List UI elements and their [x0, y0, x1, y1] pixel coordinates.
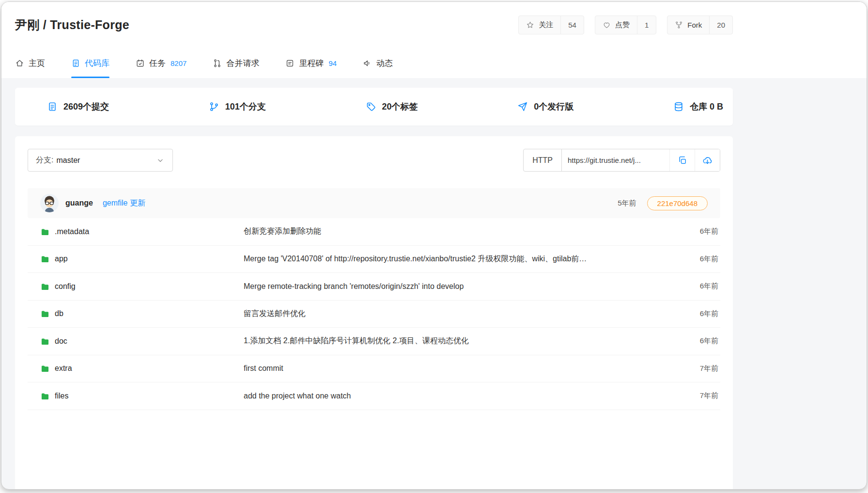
branch-selector-label: 分支:: [36, 155, 53, 165]
activity-icon: [363, 59, 372, 68]
tab-milestones[interactable]: 里程碑 94: [285, 48, 337, 78]
clone-url-input[interactable]: [562, 149, 669, 171]
tab-tasks[interactable]: 任务 8207: [136, 48, 186, 78]
fork-label-area[interactable]: Fork: [667, 16, 709, 34]
chevron-down-icon: [156, 156, 165, 165]
fork-button[interactable]: Fork 20: [667, 16, 733, 34]
repo-title[interactable]: 尹刚 / Trustie-Forge: [15, 17, 129, 33]
commit-author[interactable]: guange: [65, 199, 93, 207]
milestones-count-badge: 94: [328, 59, 337, 67]
file-age: 6年前: [677, 254, 720, 264]
file-age: 6年前: [677, 282, 720, 291]
file-age: 6年前: [677, 309, 720, 318]
file-browser-card: 分支: master HTTP: [15, 136, 733, 490]
file-commit-message[interactable]: Merge remote-tracking branch 'remotes/or…: [244, 282, 677, 291]
watch-button[interactable]: 关注 54: [518, 16, 584, 34]
watch-label-area[interactable]: 关注: [519, 16, 560, 34]
home-icon: [15, 59, 24, 68]
copy-url-button[interactable]: [669, 149, 695, 171]
folder-icon: [40, 364, 50, 373]
stat-tags[interactable]: 20个标签: [366, 101, 418, 112]
tag-icon: [366, 101, 376, 112]
tab-activity-label: 动态: [376, 58, 393, 69]
file-name-link[interactable]: files: [28, 391, 244, 401]
file-commit-message[interactable]: add the project what one watch: [244, 392, 677, 400]
watch-count[interactable]: 54: [560, 16, 584, 34]
table-row: app Merge tag 'V20140708' of http://repo…: [28, 246, 720, 273]
file-commit-message[interactable]: 创新竞赛添加删除功能: [244, 226, 677, 237]
file-age: 7年前: [677, 364, 720, 373]
file-name-link[interactable]: .metadata: [28, 227, 244, 237]
file-age: 7年前: [677, 391, 720, 400]
folder-icon: [40, 419, 50, 421]
file-commit-message[interactable]: 留言发送邮件优化: [244, 309, 677, 319]
stat-branches[interactable]: 101个分支: [209, 101, 266, 112]
file-age: 6年前: [677, 336, 720, 346]
tasks-count-badge: 8207: [170, 59, 186, 67]
tab-home-label: 主页: [29, 58, 45, 69]
branch-selector-value: master: [56, 156, 80, 165]
like-label-area[interactable]: 点赞: [595, 16, 637, 34]
commits-icon: [47, 101, 58, 112]
file-name-link[interactable]: extra: [28, 364, 244, 373]
tab-activity[interactable]: 动态: [363, 48, 393, 78]
folder-icon: [40, 227, 50, 237]
like-button[interactable]: 点赞 1: [595, 16, 656, 34]
tab-merge-requests[interactable]: 合并请求: [213, 48, 259, 78]
merge-request-icon: [213, 59, 222, 68]
repo-stats-bar: 2609个提交 101个分支 20个标签 0个发行版 仓库 0 B: [15, 88, 733, 126]
stat-commits-label: 2609个提交: [63, 101, 109, 112]
folder-icon: [40, 391, 50, 401]
file-name-link[interactable]: doc: [28, 336, 244, 346]
branch-icon: [209, 101, 219, 112]
repo-header: 尹刚 / Trustie-Forge 关注 54: [1, 2, 867, 78]
repo-actions: 关注 54 点赞 1: [518, 16, 733, 34]
table-row: config Merge remote-tracking branch 'rem…: [28, 273, 720, 301]
tab-home[interactable]: 主页: [15, 48, 45, 78]
stat-releases[interactable]: 0个发行版: [517, 101, 574, 112]
cloud-download-icon: [702, 155, 713, 165]
release-icon: [517, 101, 528, 112]
avatar[interactable]: [40, 194, 59, 212]
fork-label: Fork: [687, 21, 702, 29]
stat-tags-label: 20个标签: [382, 101, 418, 112]
tab-milestones-label: 里程碑: [299, 58, 324, 69]
file-commit-message[interactable]: first commit: [244, 364, 677, 373]
star-icon: [526, 21, 534, 29]
file-name-link[interactable]: db: [28, 309, 244, 318]
table-row: doc 1.添加文档 2.邮件中缺陷序号计算机制优化 2.项目、课程动态优化 6…: [28, 328, 720, 355]
stat-repo-size[interactable]: 仓库 0 B: [673, 101, 723, 112]
protocol-toggle-button[interactable]: HTTP: [524, 149, 562, 171]
fork-count[interactable]: 20: [709, 16, 732, 34]
folder-icon: [40, 282, 50, 291]
file-commit-message[interactable]: Merge tag 'V20140708' of http://reposito…: [244, 254, 677, 264]
like-count[interactable]: 1: [637, 16, 656, 34]
file-commit-message[interactable]: 1.添加文档 2.邮件中缺陷序号计算机制优化 2.项目、课程动态优化: [244, 336, 677, 346]
file-name-link[interactable]: config: [28, 282, 244, 291]
watch-label: 关注: [539, 20, 553, 30]
repo-toolbar: 分支: master HTTP: [28, 149, 720, 172]
table-row: .metadata 创新竞赛添加删除功能 6年前: [28, 218, 720, 246]
tab-code-label: 代码库: [85, 58, 109, 69]
folder-icon: [40, 254, 50, 264]
branch-selector[interactable]: 分支: master: [28, 149, 173, 172]
commit-age: 5年前: [618, 199, 636, 208]
like-label: 点赞: [615, 20, 630, 30]
download-button[interactable]: [695, 149, 720, 171]
code-repo-icon: [71, 59, 80, 68]
milestone-icon: [285, 59, 294, 68]
browser-window: 尹刚 / Trustie-Forge 关注 54: [1, 1, 867, 490]
stat-commits[interactable]: 2609个提交: [47, 101, 109, 112]
file-name-link[interactable]: app: [28, 254, 244, 264]
commit-message-link[interactable]: gemfile 更新: [103, 198, 145, 208]
commit-hash-badge[interactable]: 221e70d648: [647, 196, 708, 210]
tab-code[interactable]: 代码库: [71, 48, 109, 78]
table-row: extra first commit 7年前: [28, 355, 720, 383]
database-icon: [673, 101, 684, 112]
file-age: 6年前: [677, 227, 720, 236]
folder-icon: [40, 309, 50, 318]
repo-nav-tabs: 主页 代码库 任务 8207: [15, 48, 733, 78]
tasks-icon: [136, 59, 145, 68]
clone-url-group: HTTP: [523, 149, 720, 172]
tab-merge-requests-label: 合并请求: [226, 58, 259, 69]
